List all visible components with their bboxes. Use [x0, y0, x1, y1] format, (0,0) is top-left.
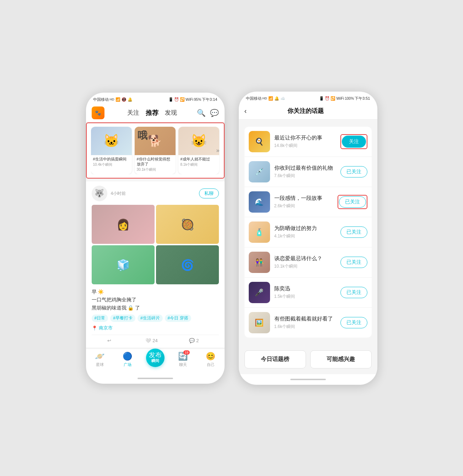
tag-2[interactable]: #生活碎片	[138, 314, 163, 322]
avatar[interactable]: 🐺	[92, 186, 107, 201]
status-bar-1: 中国移动 HD 📶 📵 🔔 📱 ⏰ 🔁 WiFi 95% 下午3:14	[86, 93, 225, 104]
topic-info-2: 一段感情，一段故事 2.6k个瞬间	[274, 195, 333, 209]
follow-button-6[interactable]: 已关注	[340, 317, 367, 328]
topic-stats-1: 7.6k个瞬间	[274, 173, 336, 179]
publish-button[interactable]: 发布 瞬间	[146, 349, 165, 367]
page-title: 你关注的话题	[251, 107, 360, 115]
topic-item-0: 🍳 最近让你不开心的事 14.8k个瞬间 关注	[244, 127, 372, 157]
square-icon: 🔵	[123, 352, 132, 361]
feed-images: 👩 🥘 🧊 🌀	[92, 205, 219, 284]
phone2-header: ‹ 你关注的话题	[239, 103, 377, 120]
follow-button-2[interactable]: 已关注	[339, 196, 366, 208]
topic-card-2[interactable]: 😺 #成年人就不能过 8.1k个瞬间	[178, 127, 219, 175]
topic-info-3: 为防晒做过的努力 4.1k个瞬间	[274, 225, 336, 239]
topic-name-5: 陈奕迅	[274, 285, 336, 292]
topic-stats-5: 1.5k个瞬间	[274, 294, 336, 300]
feed-image-1: 🥘	[156, 205, 219, 244]
topic-thumb-4: 👫	[249, 252, 270, 273]
tag-3[interactable]: #今日 穿搭	[165, 314, 191, 322]
nav-item-chat[interactable]: 🔄 19 聊天	[169, 352, 197, 367]
topic-card-count-2: 8.1k个瞬间	[181, 162, 217, 167]
status-right-1: 📱 ⏰ 🔁 WiFi 95% 下午3:14	[168, 97, 217, 102]
topic-name-6: 有些图截着截着就好看了	[274, 316, 336, 322]
carrier-2: 中国移动 HD 📶 🔔 ☁️	[246, 96, 285, 101]
private-chat-button[interactable]: 私聊	[199, 188, 219, 198]
topics-list: 🍳 最近让你不开心的事 14.8k个瞬间 关注 💉 你收到过最有价值的礼物 7.…	[244, 127, 372, 338]
topic-card-img-2: 😺	[178, 127, 219, 155]
tab-discover[interactable]: 发现	[165, 109, 177, 117]
topic-stats-6: 1.6k个瞬间	[274, 324, 336, 330]
profile-icon: 😊	[206, 352, 215, 361]
today-topics-button[interactable]: 今日话题榜	[244, 350, 306, 368]
topic-stats-3: 4.1k个瞬间	[274, 233, 336, 239]
like-icon: 🤍	[145, 338, 151, 343]
topics-screen: 🍳 最近让你不开心的事 14.8k个瞬间 关注 💉 你收到过最有价值的礼物 7.…	[239, 120, 377, 345]
topic-card-img-1: 哦 🐕	[135, 127, 176, 155]
tab-follow[interactable]: 关注	[127, 109, 139, 117]
nav-item-publish[interactable]: 发布 瞬间	[141, 352, 169, 367]
phone-2: 中国移动 HD 📶 🔔 ☁️ 📱 ⏰ 🔁 WiFi 100% 下午3:51 ‹ …	[239, 92, 377, 385]
app-logo: 🐾	[92, 106, 104, 119]
topic-item-2: 🌊 一段感情，一段故事 2.6k个瞬间 已关注	[244, 187, 372, 217]
topic-thumb-0: 🍳	[249, 131, 270, 152]
topic-cards-section: 🐱 #生活中的搞蛋瞬间 10.4k个瞬间 哦 🐕	[86, 122, 225, 179]
topic-card-title-1: #你什么时候觉得想放弃了	[137, 157, 173, 167]
nav-bar-1: 🐾 关注 推荐 发现 🔍 💬	[86, 104, 225, 122]
topic-item-3: 🧴 为防晒做过的努力 4.1k个瞬间 已关注	[244, 217, 372, 247]
topic-thumb-6: 🖼️	[249, 312, 270, 333]
feed-meta: 4小时前	[111, 191, 199, 197]
planet-icon: 🪐	[95, 352, 104, 361]
screen-1: 🐱 #生活中的搞蛋瞬间 10.4k个瞬间 哦 🐕	[86, 122, 225, 349]
location-icon: 📍	[92, 325, 97, 331]
search-icon[interactable]: 🔍	[197, 109, 206, 117]
carrier-1: 中国移动 HD 📶 📵 🔔	[93, 97, 133, 102]
comment-action[interactable]: 💬 2	[176, 338, 211, 343]
tag-1[interactable]: #早餐打卡	[110, 314, 135, 322]
feed-location[interactable]: 📍 南京市	[92, 325, 219, 331]
topic-card-title-2: #成年人就不能过	[181, 157, 217, 162]
chat-badge: 19	[183, 350, 190, 355]
follow-button-5[interactable]: 已关注	[340, 287, 367, 298]
topic-card-1[interactable]: 哦 🐕 #你什么时候觉得想放弃了 30.1k个瞬间	[135, 127, 176, 175]
topic-thumb-2: 🌊	[249, 191, 270, 213]
message-icon[interactable]: 💬	[210, 109, 219, 117]
interests-button[interactable]: 可能感兴趣	[310, 350, 372, 368]
more-icon[interactable]: »	[216, 147, 220, 154]
back-button[interactable]: ‹	[244, 107, 247, 115]
follow-button-4[interactable]: 已关注	[340, 257, 367, 268]
topic-card-count-0: 10.4k个瞬间	[93, 162, 130, 167]
nav-item-square[interactable]: 🔵 广场	[114, 352, 141, 367]
tab-recommend[interactable]: 推荐	[146, 109, 158, 117]
topic-card-img-0: 🐱	[91, 127, 132, 155]
topic-info-0: 最近让你不开心的事 14.8k个瞬间	[274, 135, 336, 149]
like-action[interactable]: 🤍 24	[134, 338, 169, 343]
phone-1: 中国移动 HD 📶 📵 🔔 📱 ⏰ 🔁 WiFi 95% 下午3:14 🐾 关注…	[86, 93, 225, 384]
feed-tags: #日常 #早餐打卡 #生活碎片 #今日 穿搭	[92, 314, 219, 322]
feed-item: 🐺 4小时前 私聊 👩 🥘 🧊 🌀 早 ☀️ 一口气把鸡胸全腌了 黑胡椒的味道我…	[86, 181, 225, 348]
topic-name-2: 一段感情，一段故事	[274, 195, 333, 202]
share-icon: ↩	[107, 338, 111, 343]
topic-stats-0: 14.8k个瞬间	[274, 143, 336, 149]
follow-btn-wrapper-0: 关注	[340, 134, 367, 149]
topic-stats-2: 2.6k个瞬间	[274, 203, 333, 209]
feed-image-2: 🧊	[92, 245, 155, 284]
topic-card-0[interactable]: 🐱 #生活中的搞蛋瞬间 10.4k个瞬间	[91, 127, 132, 175]
feed-actions: ↩ 🤍 24 💬 2	[92, 335, 219, 343]
topic-stats-4: 10.1k个瞬间	[274, 263, 336, 269]
topic-info-1: 你收到过最有价值的礼物 7.6k个瞬间	[274, 165, 336, 179]
feed-image-0: 👩	[92, 205, 155, 244]
nav-tabs: 关注 推荐 发现	[107, 109, 197, 117]
topic-info-5: 陈奕迅 1.5k个瞬间	[274, 285, 336, 300]
nav-item-planet[interactable]: 🪐 星球	[86, 352, 114, 367]
tag-0[interactable]: #日常	[92, 314, 108, 322]
topic-item-1: 💉 你收到过最有价值的礼物 7.6k个瞬间 已关注	[244, 157, 372, 187]
feed-image-3: 🌀	[156, 245, 219, 284]
follow-button-1[interactable]: 已关注	[340, 166, 367, 177]
follow-button-3[interactable]: 已关注	[340, 226, 367, 238]
follow-button-0[interactable]: 关注	[342, 136, 366, 148]
share-action[interactable]: ↩	[92, 338, 127, 343]
topic-info-6: 有些图截着截着就好看了 1.6k个瞬间	[274, 316, 336, 330]
nav-item-profile[interactable]: 😊 自己	[197, 352, 225, 367]
topic-thumb-5: 🎤	[249, 282, 270, 303]
feed-text: 早 ☀️ 一口气把鸡胸全腌了 黑胡椒的味道我 🔒 了	[92, 288, 219, 312]
